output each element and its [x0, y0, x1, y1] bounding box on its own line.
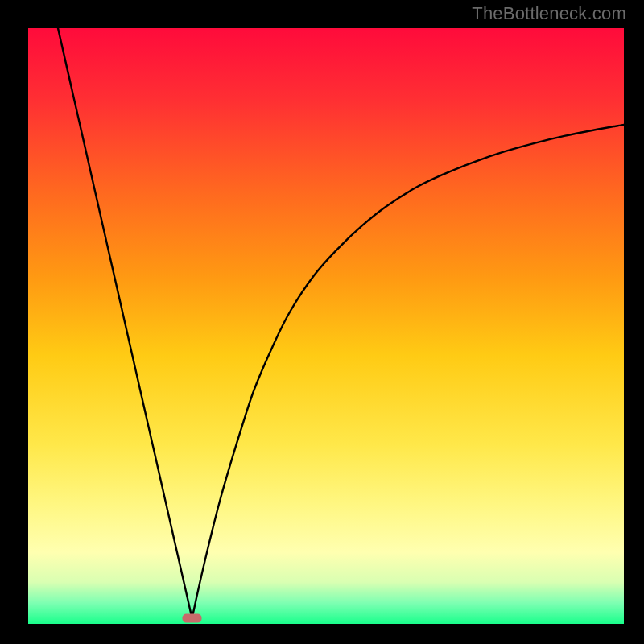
- plot-area: [28, 28, 624, 624]
- minimum-marker: [183, 614, 202, 623]
- curve-right-branch: [192, 125, 625, 618]
- curve-left-branch: [58, 28, 192, 618]
- curve-layer: [28, 28, 624, 624]
- watermark-text: TheBottleneck.com: [472, 3, 626, 24]
- chart-frame: TheBottleneck.com: [0, 0, 644, 644]
